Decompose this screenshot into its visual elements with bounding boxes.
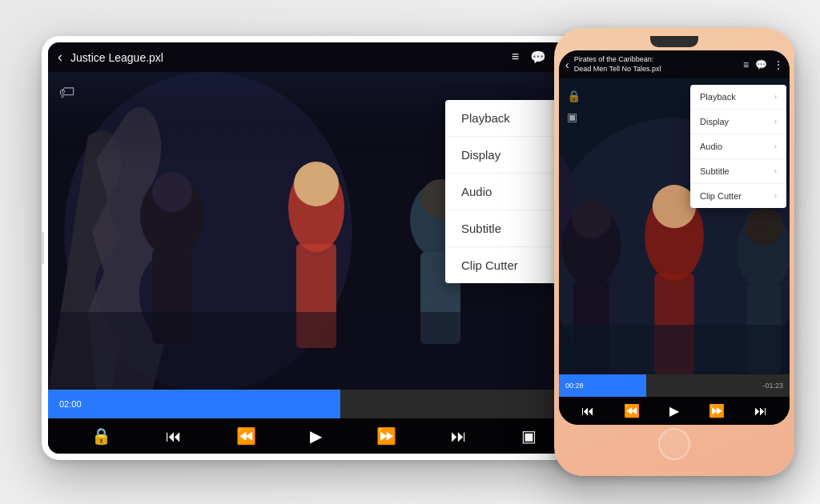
phone-menu-subtitle-label: Subtitle — [700, 166, 730, 176]
phone-topbar: ‹ Pirates of the Caribbean: Dead Men Tel… — [559, 50, 790, 78]
phone-screen-overlay: ▣ — [567, 110, 577, 123]
phone-menu-playback[interactable]: Playback › — [690, 85, 786, 110]
phone-skip-forward-button[interactable]: ⏭ — [754, 404, 767, 418]
tablet-fast-forward-button[interactable]: ⏩ — [376, 426, 396, 446]
main-scene: ‹ Justice League.pxl ≡ 💬 ⋮ — [26, 20, 794, 484]
tablet-topbar: ‹ Justice League.pxl ≡ 💬 ⋮ — [48, 42, 580, 72]
phone-topbar-icons: ≡ 💬 ⋮ — [743, 59, 783, 70]
tablet-chat-icon[interactable]: 💬 — [530, 50, 546, 65]
tablet-menu-playback-label: Playback — [461, 111, 510, 125]
tablet-back-icon[interactable]: ‹ — [58, 49, 62, 66]
svg-point-20 — [572, 199, 611, 238]
tablet-video-area: 🏷 Playback › Display Audio Subtitle — [48, 72, 580, 390]
tablet-title: Justice League.pxl — [70, 51, 512, 64]
tablet-menu-clipcutter-label: Clip Cutter — [461, 258, 518, 272]
phone-menu-subtitle[interactable]: Subtitle › — [690, 159, 786, 184]
svg-rect-24 — [559, 325, 790, 374]
tablet-menu-subtitle-label: Subtitle — [461, 222, 501, 235]
phone-clipcutter-arrow: › — [774, 192, 777, 200]
phone-progress-bar[interactable]: 00:28 -01:23 — [559, 374, 790, 397]
phone-home-button[interactable] — [658, 428, 690, 460]
svg-rect-12 — [48, 312, 580, 390]
tablet-tag-icon: 🏷 — [59, 83, 75, 102]
tablet-home-button — [42, 232, 44, 264]
phone-time-remaining: -01:23 — [762, 382, 783, 390]
phone-display-arrow: › — [774, 118, 777, 126]
tablet-menu-display-label: Display — [461, 148, 500, 162]
phone-menu-display-label: Display — [700, 117, 729, 126]
phone-context-menu: Playback › Display › Audio › Subtitle › — [690, 85, 786, 208]
phone-progress-fill: 00:28 — [559, 374, 646, 397]
phone-controls: 00:28 -01:23 ⏮ ⏪ ▶ ⏩ ⏭ — [559, 374, 790, 425]
phone-play-button[interactable]: ▶ — [669, 403, 679, 418]
phone-title-block: Pirates of the Caribbean: Dead Men Tell … — [574, 55, 743, 74]
tablet-skip-back-button[interactable]: ⏮ — [166, 427, 182, 446]
tablet-lock-button[interactable]: 🔒 — [91, 426, 111, 446]
phone-lock-overlay: 🔒 — [567, 90, 581, 102]
phone-menu-playback-label: Playback — [700, 92, 736, 102]
phone-back-icon[interactable]: ‹ — [565, 58, 569, 71]
tablet-subtitle-icon[interactable]: ≡ — [512, 50, 519, 65]
svg-point-4 — [152, 172, 192, 212]
tablet-playback-buttons: 🔒 ⏮ ⏪ ▶ ⏩ ⏭ ▣ — [48, 418, 580, 454]
phone-title-line1: Pirates of the Caribbean: — [574, 55, 743, 65]
phone-subtitle-arrow: › — [774, 167, 777, 175]
phone-skip-back-button[interactable]: ⏮ — [581, 404, 594, 418]
phone-audio-arrow: › — [774, 142, 777, 150]
tablet-time-current: 02:00 — [56, 399, 82, 409]
tablet-progress-bar[interactable]: 02:00 — [48, 390, 580, 418]
tablet-screen: ‹ Justice League.pxl ≡ 💬 ⋮ — [48, 42, 580, 454]
tablet-progress-fill: 02:00 — [48, 390, 340, 418]
tablet-menu-audio-label: Audio — [461, 185, 492, 198]
tablet-skip-forward-button[interactable]: ⏭ — [451, 427, 467, 446]
phone-menu-audio-label: Audio — [700, 142, 722, 151]
phone-menu-clipcutter[interactable]: Clip Cutter › — [690, 184, 786, 208]
svg-point-7 — [294, 162, 339, 206]
phone-menu-display[interactable]: Display › — [690, 110, 786, 134]
phone-video-area: 🔒 ▣ Playback › Display › Audio › — [559, 78, 790, 374]
phone-notch — [650, 36, 698, 47]
tablet-screen-button[interactable]: ▣ — [521, 426, 537, 446]
phone-device: ‹ Pirates of the Caribbean: Dead Men Tel… — [554, 28, 794, 476]
phone-chat-icon[interactable]: 💬 — [755, 59, 767, 70]
phone-time-current: 00:28 — [565, 382, 584, 390]
phone-rewind-button[interactable]: ⏪ — [624, 403, 640, 418]
phone-subtitle-icon[interactable]: ≡ — [743, 59, 749, 70]
phone-playback-arrow: › — [774, 93, 777, 101]
phone-menu-clipcutter-label: Clip Cutter — [700, 191, 742, 201]
phone-playback-buttons: ⏮ ⏪ ▶ ⏩ ⏭ — [559, 397, 790, 425]
svg-point-23 — [746, 208, 783, 246]
phone-menu-audio[interactable]: Audio › — [690, 134, 786, 159]
phone-title-line2: Dead Men Tell No Tales.pxl — [574, 65, 743, 74]
svg-point-17 — [653, 185, 696, 228]
tablet-controls: 02:00 🔒 ⏮ ⏪ ▶ ⏩ ⏭ ▣ — [48, 390, 580, 454]
phone-more-icon[interactable]: ⋮ — [774, 59, 783, 70]
tablet-rewind-button[interactable]: ⏪ — [236, 426, 256, 446]
tablet-play-button[interactable]: ▶ — [310, 426, 322, 446]
phone-fast-forward-button[interactable]: ⏩ — [709, 403, 725, 418]
tablet-device: ‹ Justice League.pxl ≡ 💬 ⋮ — [42, 36, 586, 460]
phone-screen: ‹ Pirates of the Caribbean: Dead Men Tel… — [559, 50, 790, 425]
